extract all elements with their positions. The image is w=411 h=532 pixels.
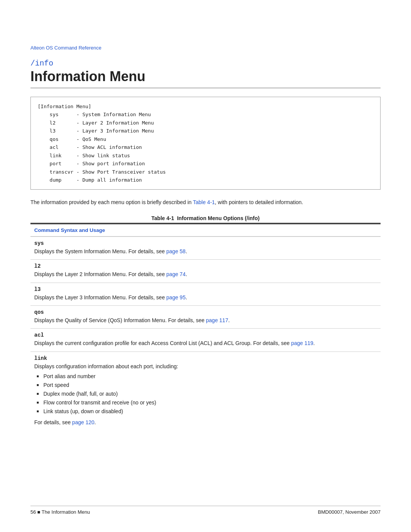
list-item: Port speed — [34, 381, 377, 390]
list-item: Flow control for transmit and receive (n… — [34, 398, 377, 407]
footer-left: 56 ■ The Information Menu — [30, 509, 90, 515]
qos-page-link[interactable]: page 117 — [206, 317, 228, 323]
desc-text-after: , with pointers to detailed information. — [215, 199, 303, 205]
link-page-link[interactable]: page 120 — [72, 419, 94, 425]
cmd-name-l3: l3 — [30, 283, 381, 293]
list-item: Duplex mode (half, full, or auto) — [34, 390, 377, 398]
cmd-desc-qos: Displays the Quality of Service (QoS) In… — [30, 316, 381, 328]
table-number: Table 4-1 Information Menu Options (/inf… — [151, 215, 260, 221]
cmd-name-link: link — [30, 352, 381, 362]
acl-desc-before: Displays the current configuration profi… — [34, 340, 291, 346]
l3-page-link[interactable]: page 95 — [166, 294, 186, 300]
list-item: Port alias and number — [34, 372, 377, 381]
cmd-name-l2: l2 — [30, 260, 381, 270]
cmd-entry-link: link Displays configuration information … — [30, 351, 381, 431]
cmd-desc-l3: Displays the Layer 3 Information Menu. F… — [30, 293, 381, 305]
sys-page-link[interactable]: page 58 — [166, 248, 186, 254]
cmd-entry-l2: l2 Displays the Layer 2 Information Menu… — [30, 259, 381, 282]
footer-right: BMD00007, November 2007 — [318, 509, 381, 515]
l3-desc-before: Displays the Layer 3 Information Menu. F… — [34, 294, 166, 300]
cmd-desc-link: Displays configuration information about… — [30, 362, 381, 431]
command-table: Command Syntax and Usage sys Displays th… — [30, 223, 381, 431]
table-caption: Table 4-1 Information Menu Options (/inf… — [30, 215, 381, 221]
cmd-entry-acl: acl Displays the current configuration p… — [30, 328, 381, 351]
link-extra-before: For details, see — [34, 419, 72, 425]
cmd-name-qos: qos — [30, 306, 381, 316]
list-item: Link status (up, down or disabled) — [34, 407, 377, 416]
cmd-name-acl: acl — [30, 329, 381, 339]
cmd-entry-qos: qos Displays the Quality of Service (QoS… — [30, 305, 381, 328]
cmd-name-sys: sys — [30, 237, 381, 247]
l2-desc-before: Displays the Layer 2 Information Menu. F… — [34, 271, 166, 277]
page-title: Information Menu — [30, 69, 381, 85]
acl-desc-after: . — [313, 340, 315, 346]
code-block: [Information Menu] sys - System Informat… — [30, 97, 381, 190]
acl-page-link[interactable]: page 119 — [291, 340, 313, 346]
desc-text-before: The information provided by each menu op… — [30, 199, 193, 205]
cmd-desc-acl: Displays the current configuration profi… — [30, 339, 381, 351]
title-divider — [30, 88, 381, 88]
l2-page-link[interactable]: page 74 — [166, 271, 186, 277]
table-link[interactable]: Table 4-1 — [193, 199, 215, 205]
code-pre: [Information Menu] sys - System Informat… — [38, 102, 373, 184]
page-footer: 56 ■ The Information Menu BMD00007, Nove… — [30, 506, 381, 515]
page: Alteon OS Command Reference /info Inform… — [0, 0, 411, 532]
sys-desc-before: Displays the System Information Menu. Fo… — [34, 248, 166, 254]
sys-desc-after: . — [186, 248, 187, 254]
breadcrumb[interactable]: Alteon OS Command Reference — [30, 45, 101, 51]
l3-desc-after: . — [186, 294, 187, 300]
l2-desc-after: . — [186, 271, 187, 277]
cmd-entry-sys: sys Displays the System Information Menu… — [30, 236, 381, 259]
main-content: /info Information Menu [Information Menu… — [30, 59, 381, 431]
slash-info-heading: /info — [30, 59, 381, 68]
description-paragraph: The information provided by each menu op… — [30, 198, 381, 206]
command-syntax-header: Command Syntax and Usage — [34, 227, 105, 233]
link-extra-after: . — [94, 419, 96, 425]
qos-desc-before: Displays the Quality of Service (QoS) In… — [34, 317, 206, 323]
qos-desc-after: . — [228, 317, 230, 323]
table-header-row: Command Syntax and Usage — [30, 224, 381, 236]
cmd-entry-l3: l3 Displays the Layer 3 Information Menu… — [30, 283, 381, 305]
cmd-desc-sys: Displays the System Information Menu. Fo… — [30, 247, 381, 259]
cmd-desc-l2: Displays the Layer 2 Information Menu. F… — [30, 270, 381, 282]
link-bullet-list: Port alias and number Port speed Duplex … — [34, 372, 377, 416]
link-desc-intro: Displays configuration information about… — [34, 363, 178, 369]
